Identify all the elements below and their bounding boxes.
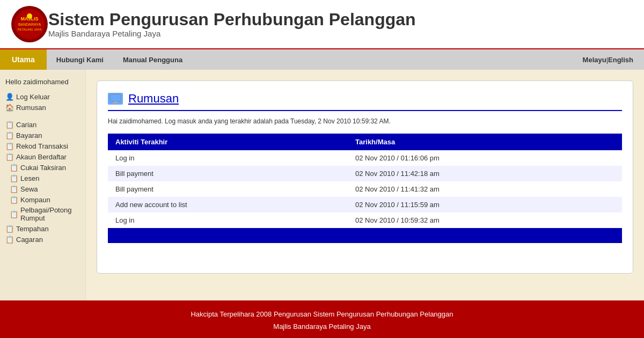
sidebar-label-bayaran: Bayaran bbox=[16, 131, 42, 139]
app-title: Sistem Pengurusan Perhubungan Pelanggan bbox=[48, 10, 416, 29]
sidebar-label-akaun: Akaun Berdaftar bbox=[16, 153, 67, 161]
welcome-message: Hai zaidimohamed. Log masuk anda yang te… bbox=[108, 117, 622, 125]
sidebar: Hello zaidimohamed 👤 Log Keluar 🏠 Rumusa… bbox=[0, 70, 86, 300]
content-area: Rumusan Hai zaidimohamed. Log masuk anda… bbox=[86, 70, 644, 300]
monitor-icon bbox=[108, 93, 123, 105]
main-layout: Hello zaidimohamed 👤 Log Keluar 🏠 Rumusa… bbox=[0, 70, 644, 300]
content-card: Rumusan Hai zaidimohamed. Log masuk anda… bbox=[97, 80, 633, 274]
sidebar-item-carian[interactable]: 📋 Carian bbox=[5, 119, 80, 130]
content-title-row: Rumusan bbox=[108, 92, 622, 111]
svg-rect-8 bbox=[112, 102, 119, 104]
svg-text:BANDARAYA: BANDARAYA bbox=[18, 23, 41, 26]
sidebar-item-kompaun[interactable]: 📋 Kompaun bbox=[10, 194, 80, 205]
sidebar-item-rumusan[interactable]: 🏠 Rumusan bbox=[5, 102, 80, 113]
table-row: Bill payment02 Nov 2010 / 11:42:18 am bbox=[108, 166, 622, 181]
page-header: MAJLIS BANDARAYA PETALING JAYA Sistem Pe… bbox=[0, 0, 644, 49]
activity-table: Aktiviti Terakhir Tarikh/Masa Log in02 N… bbox=[108, 134, 622, 243]
svg-text:PETALING JAYA: PETALING JAYA bbox=[17, 28, 41, 31]
table-row: Log in02 Nov 2010 / 10:59:32 am bbox=[108, 212, 622, 228]
nav-hubungi-kami[interactable]: Hubungi Kami bbox=[47, 49, 113, 70]
cukai-icon: 📋 bbox=[10, 163, 18, 172]
sidebar-item-akaun-berdaftar[interactable]: 📋 Akaun Berdaftar bbox=[5, 151, 80, 162]
col-header-activity: Aktiviti Terakhir bbox=[108, 134, 348, 150]
rekod-icon: 📋 bbox=[5, 142, 14, 150]
sidebar-label-cagaran: Cagaran bbox=[16, 236, 43, 244]
cell-activity: Log in bbox=[108, 212, 348, 228]
svg-point-5 bbox=[27, 13, 32, 19]
nav-links: Hubungi Kami Manual Pengguna Melayu | En… bbox=[47, 49, 644, 70]
sidebar-sub-items: 📋 Cukai Taksiran 📋 Lesen 📋 Sewa 📋 Kompau… bbox=[10, 162, 80, 223]
table-row: Add new account to list02 Nov 2010 / 11:… bbox=[108, 197, 622, 212]
table-row: Bill payment02 Nov 2010 / 11:41:32 am bbox=[108, 181, 622, 197]
nav-lang-melayu[interactable]: Melayu bbox=[583, 56, 606, 64]
sidebar-item-bayaran[interactable]: 📋 Bayaran bbox=[5, 130, 80, 141]
sidebar-item-log-keluar[interactable]: 👤 Log Keluar bbox=[5, 91, 80, 102]
sidebar-item-tempahan[interactable]: 📋 Tempahan bbox=[5, 223, 80, 234]
sidebar-hello: Hello zaidimohamed bbox=[5, 78, 80, 86]
sidebar-item-sewa[interactable]: 📋 Sewa bbox=[10, 183, 80, 194]
cagaran-icon: 📋 bbox=[5, 235, 14, 244]
table-footer-row bbox=[108, 228, 622, 243]
cell-datetime: 02 Nov 2010 / 10:59:32 am bbox=[348, 212, 622, 228]
sidebar-item-pelbagai[interactable]: 📋 Pelbagai/Potong Rumput bbox=[10, 205, 80, 223]
pelbagai-icon: 📋 bbox=[10, 210, 18, 218]
cell-activity: Bill payment bbox=[108, 166, 348, 181]
footer-line1: Hakcipta Terpelihara 2008 Pengurusan Sis… bbox=[5, 308, 639, 320]
logo-icon: MAJLIS BANDARAYA PETALING JAYA bbox=[11, 5, 48, 43]
sidebar-label-carian: Carian bbox=[16, 121, 36, 129]
sidebar-label-cukai: Cukai Taksiran bbox=[20, 164, 66, 172]
nav-lang: Melayu | English bbox=[572, 56, 644, 64]
nav-utama[interactable]: Utama bbox=[0, 49, 47, 70]
table-row: Log in02 Nov 2010 / 01:16:06 pm bbox=[108, 150, 622, 166]
cell-datetime: 02 Nov 2010 / 11:15:59 am bbox=[348, 197, 622, 212]
sidebar-label-rekod: Rekod Transaksi bbox=[16, 142, 68, 150]
tempahan-icon: 📋 bbox=[5, 224, 14, 233]
nav-lang-english[interactable]: English bbox=[608, 56, 633, 64]
sidebar-item-rekod-transaksi[interactable]: 📋 Rekod Transaksi bbox=[5, 141, 80, 151]
sidebar-label-tempahan: Tempahan bbox=[16, 225, 49, 233]
col-header-datetime: Tarikh/Masa bbox=[348, 134, 622, 150]
sidebar-label-sewa: Sewa bbox=[20, 185, 38, 193]
sidebar-section-main: 📋 Carian 📋 Bayaran 📋 Rekod Transaksi 📋 A… bbox=[5, 119, 80, 245]
cell-activity: Add new account to list bbox=[108, 197, 348, 212]
nav-manual-pengguna[interactable]: Manual Pengguna bbox=[113, 49, 192, 70]
app-subtitle: Majlis Bandaraya Petaling Jaya bbox=[48, 29, 416, 38]
cell-datetime: 02 Nov 2010 / 01:16:06 pm bbox=[348, 150, 622, 166]
page-footer: Hakcipta Terpelihara 2008 Pengurusan Sis… bbox=[0, 300, 644, 338]
cell-datetime: 02 Nov 2010 / 11:42:18 am bbox=[348, 166, 622, 181]
home-icon: 🏠 bbox=[5, 103, 14, 112]
carian-icon: 📋 bbox=[5, 120, 14, 129]
sidebar-label-rumusan: Rumusan bbox=[16, 104, 46, 112]
lesen-icon: 📋 bbox=[10, 174, 18, 182]
cell-activity: Log in bbox=[108, 150, 348, 166]
page-title: Rumusan bbox=[128, 92, 179, 106]
sidebar-item-cagaran[interactable]: 📋 Cagaran bbox=[5, 234, 80, 245]
sewa-icon: 📋 bbox=[10, 185, 18, 193]
sidebar-item-cukai[interactable]: 📋 Cukai Taksiran bbox=[10, 162, 80, 173]
sidebar-item-lesen[interactable]: 📋 Lesen bbox=[10, 173, 80, 183]
header-title-block: Sistem Pengurusan Perhubungan Pelanggan … bbox=[48, 10, 416, 38]
akaun-icon: 📋 bbox=[5, 152, 14, 161]
cell-activity: Bill payment bbox=[108, 181, 348, 197]
kompaun-icon: 📋 bbox=[10, 195, 18, 204]
cell-datetime: 02 Nov 2010 / 11:41:32 am bbox=[348, 181, 622, 197]
svg-rect-7 bbox=[114, 101, 117, 102]
table-header-row: Aktiviti Terakhir Tarikh/Masa bbox=[108, 134, 622, 150]
sidebar-label-log-keluar: Log Keluar bbox=[16, 93, 50, 101]
person-icon: 👤 bbox=[5, 92, 14, 101]
footer-line2: Majlis Bandaraya Petaling Jaya bbox=[5, 320, 639, 333]
sidebar-label-pelbagai: Pelbagai/Potong Rumput bbox=[20, 206, 80, 222]
sidebar-label-lesen: Lesen bbox=[20, 174, 39, 182]
bayaran-icon: 📋 bbox=[5, 131, 14, 139]
svg-rect-6 bbox=[110, 94, 121, 101]
sidebar-label-kompaun: Kompaun bbox=[20, 196, 50, 204]
navbar: Utama Hubungi Kami Manual Pengguna Melay… bbox=[0, 49, 644, 70]
